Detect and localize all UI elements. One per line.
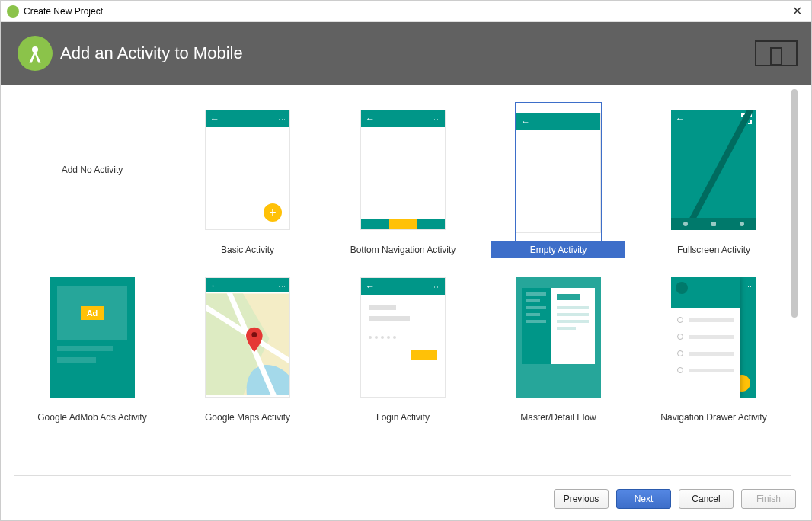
thumb-login: ← ⋮ [360,277,446,398]
template-navigation-drawer[interactable]: ⋮ Navig [636,264,791,432]
template-label: Basic Activity [181,241,315,258]
template-fullscreen-activity[interactable]: ← Fullscreen Activity [636,97,791,264]
overflow-icon: ⋮ [279,116,285,122]
template-label: Navigation Drawer Activity [647,409,781,426]
thumb-empty: ← [516,113,601,233]
template-label: Master/Detail Flow [491,409,625,426]
thumb-bottom-nav: ← ⋮ [360,110,446,230]
template-label: Fullscreen Activity [647,241,781,258]
template-label: Google AdMob Ads Activity [25,409,159,426]
cancel-button[interactable]: Cancel [679,489,734,509]
overflow-icon: ⋮ [279,283,285,289]
scrollbar[interactable] [791,89,798,476]
banner-title: Add an Activity to Mobile [60,43,243,63]
back-arrow-icon: ← [366,113,375,124]
ad-badge: Ad [81,306,104,320]
thumb-maps: ← ⋮ [205,277,290,398]
template-label: Bottom Navigation Activity [336,241,470,258]
back-arrow-icon: ← [210,280,219,291]
overflow-icon: ⋮ [434,116,440,122]
template-add-no-activity[interactable]: Add No Activity [14,97,170,264]
back-arrow-icon: ← [210,113,219,124]
thumb-master-detail [516,277,601,398]
back-arrow-icon: ← [521,117,530,127]
banner: Add an Activity to Mobile [1,22,811,85]
svg-point-5 [251,333,257,338]
window-title: Create New Project [24,6,103,17]
back-arrow-icon: ← [676,113,685,124]
thumb-basic: ← ⋮ + [205,110,290,230]
template-google-maps-activity[interactable]: ← ⋮ [170,264,325,432]
overflow-icon: ⋮ [746,283,754,290]
template-label: Google Maps Activity [181,409,315,426]
android-studio-icon [7,5,19,18]
previous-button[interactable]: Previous [554,489,609,509]
titlebar: Create New Project ✕ [1,1,811,22]
template-gallery: Add No Activity ← ⋮ + [14,89,791,476]
template-label: Login Activity [336,409,470,426]
template-bottom-navigation[interactable]: ← ⋮ Bottom Navigation Activity [325,97,481,264]
form-factor-icon [755,40,798,66]
thumb-none: Add No Activity [50,110,135,230]
no-activity-label: Add No Activity [62,165,123,175]
template-master-detail[interactable]: Master/Detail Flow [481,264,636,432]
template-basic-activity[interactable]: ← ⋮ + Basic Activity [170,97,325,264]
back-arrow-icon: ← [366,281,375,292]
fab-icon: + [264,203,282,222]
template-label: Empty Activity [491,241,625,258]
template-admob-activity[interactable]: Ad Google AdMob Ads Activity [14,264,170,432]
thumb-nav-drawer: ⋮ [671,277,756,398]
template-label [25,241,159,258]
thumb-admob: Ad [50,277,135,398]
overflow-icon: ⋮ [434,283,440,289]
close-icon[interactable]: ✕ [789,2,805,21]
wizard-footer: Previous Next Cancel Finish [1,478,811,520]
android-studio-logo [18,36,53,71]
finish-button: Finish [741,489,796,509]
thumb-fullscreen: ← [671,110,756,230]
template-empty-activity[interactable]: ← Empty Activity [481,97,636,264]
template-login-activity[interactable]: ← ⋮ [325,264,481,432]
next-button[interactable]: Next [616,489,671,509]
